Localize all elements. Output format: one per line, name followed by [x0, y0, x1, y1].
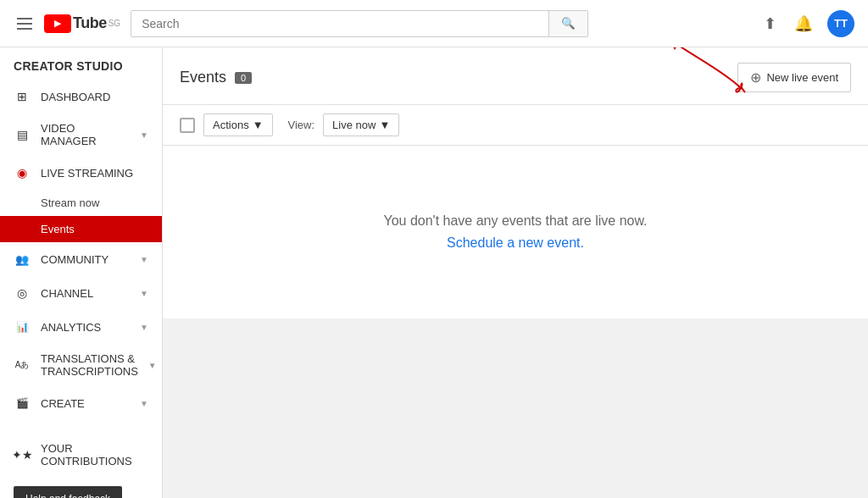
events-title: Events — [180, 69, 226, 86]
toolbar: Actions ▼ View: Live now ▼ — [163, 105, 868, 146]
main-content: Events 0 ⊕ New live event — [163, 47, 868, 498]
video-manager-icon — [14, 126, 31, 143]
youtube-region: SG — [108, 19, 120, 28]
topnav-right: ⬆ 🔔 TT — [760, 10, 854, 37]
main-header: Events 0 ⊕ New live event — [163, 47, 868, 105]
sidebar-item-label: VIDEO MANAGER — [41, 122, 130, 147]
chevron-down-icon: ▼ — [140, 255, 148, 264]
search-bar: 🔍 — [131, 10, 588, 37]
sidebar-item-label: CHANNEL — [41, 287, 130, 300]
sidebar-item-create[interactable]: CREATE ▼ — [0, 386, 162, 420]
sidebar-item-dashboard[interactable]: DASHBOARD — [0, 80, 162, 113]
new-live-event-label: New live event — [766, 71, 838, 84]
creator-studio-title: CREATOR STUDIO — [0, 47, 162, 80]
new-live-event-button[interactable]: ⊕ New live event — [737, 63, 851, 92]
sidebar-item-label: ANALYTICS — [41, 321, 130, 334]
sidebar-item-channel[interactable]: CHANNEL ▼ — [0, 276, 162, 310]
sidebar-item-label: COMMUNITY — [41, 253, 130, 266]
translations-icon — [14, 357, 31, 374]
channel-icon — [14, 285, 31, 302]
event-count-badge: 0 — [235, 72, 252, 84]
topnav-left: Tube SG — [14, 14, 120, 33]
layout: CREATOR STUDIO DASHBOARD VIDEO MANAGER ▼… — [0, 47, 868, 498]
sidebar-item-analytics[interactable]: ANALYTICS ▼ — [0, 310, 162, 344]
sidebar-item-your-contributions[interactable]: ★ YOUR CONTRIBUTIONS — [0, 434, 162, 476]
empty-state-text: You don't have any events that are live … — [383, 213, 647, 229]
chevron-down-icon: ▼ — [140, 130, 148, 140]
search-icon: 🔍 — [561, 17, 576, 30]
contributions-icon: ★ — [14, 446, 31, 463]
chevron-down-icon: ▼ — [148, 361, 157, 370]
view-chevron-icon: ▼ — [379, 119, 390, 131]
youtube-logo-icon — [44, 14, 71, 33]
search-button[interactable]: 🔍 — [548, 11, 587, 36]
sidebar-item-live-streaming[interactable]: LIVE STREAMING — [0, 156, 162, 190]
upload-icon[interactable]: ⬆ — [760, 14, 780, 34]
sidebar-item-label: YOUR CONTRIBUTIONS — [41, 442, 148, 468]
view-label: View: — [288, 119, 315, 131]
sidebar-item-label: DASHBOARD — [41, 91, 148, 103]
main-title-area: Events 0 — [180, 69, 252, 86]
topnav: Tube SG 🔍 ⬆ 🔔 TT — [0, 0, 868, 47]
sidebar-sub-stream-now[interactable]: Stream now — [0, 190, 162, 216]
hamburger-menu[interactable] — [14, 14, 36, 33]
actions-button[interactable]: Actions ▼ — [203, 113, 273, 136]
sidebar-sub-events[interactable]: Events — [0, 216, 162, 242]
view-select-button[interactable]: Live now ▼ — [323, 113, 399, 136]
sidebar-item-label: CREATE — [41, 397, 130, 410]
create-icon — [14, 395, 31, 412]
empty-state: You don't have any events that are live … — [163, 146, 868, 318]
actions-chevron-icon: ▼ — [253, 119, 264, 131]
plus-icon: ⊕ — [750, 69, 761, 86]
chevron-down-icon: ▼ — [140, 399, 148, 408]
sidebar: CREATOR STUDIO DASHBOARD VIDEO MANAGER ▼… — [0, 47, 163, 498]
bell-icon[interactable]: 🔔 — [793, 14, 814, 34]
sidebar-item-translations[interactable]: TRANSLATIONS & TRANSCRIPTIONS ▼ — [0, 344, 162, 386]
main-panel: Events 0 ⊕ New live event — [163, 47, 868, 318]
sidebar-item-video-manager[interactable]: VIDEO MANAGER ▼ — [0, 113, 162, 156]
community-icon — [14, 251, 31, 268]
sidebar-item-label: TRANSLATIONS & TRANSCRIPTIONS — [41, 352, 138, 378]
help-feedback-button[interactable]: Help and feedback — [14, 486, 122, 498]
avatar[interactable]: TT — [827, 10, 854, 37]
sidebar-item-community[interactable]: COMMUNITY ▼ — [0, 242, 162, 276]
actions-label: Actions — [213, 119, 249, 131]
sidebar-bottom: Help and feedback — [0, 476, 162, 498]
schedule-event-link[interactable]: Schedule a new event. — [447, 235, 584, 251]
chevron-down-icon: ▼ — [140, 323, 148, 332]
analytics-icon — [14, 318, 31, 335]
youtube-logo[interactable]: Tube SG — [44, 14, 120, 33]
search-input[interactable] — [131, 11, 548, 36]
chevron-down-icon: ▼ — [140, 289, 148, 298]
select-all-checkbox[interactable] — [180, 118, 195, 133]
dashboard-icon — [14, 88, 31, 105]
youtube-logo-text: Tube — [73, 14, 107, 32]
live-streaming-icon — [14, 164, 31, 181]
sidebar-item-label: LIVE STREAMING — [41, 167, 148, 180]
view-option-label: Live now — [332, 119, 376, 131]
